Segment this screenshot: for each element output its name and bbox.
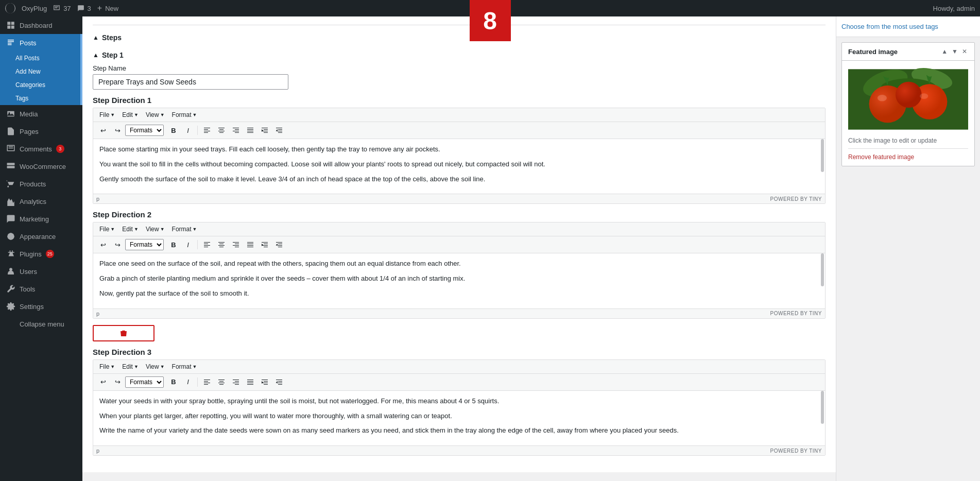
align-center-btn-2[interactable] [215,238,228,251]
new-content[interactable]: + New [97,4,118,13]
tinymce-body-1-wrap: Place some starting mix in your seed tra… [93,139,825,194]
sidebar-item-dashboard[interactable]: Dashboard [0,16,82,34]
sidebar-item-add-new[interactable]: Add New [0,65,82,78]
format-menu-2[interactable]: Format ▼ [169,224,200,234]
sidebar-item-woocommerce[interactable]: WooCommerce [0,158,82,175]
align-right-btn-1[interactable] [229,124,243,137]
sidebar-item-posts[interactable]: Posts All Posts Add New Categories Tags [0,34,82,105]
steps-section-header[interactable]: ▲ Steps [93,29,826,48]
steps-section: ▲ Steps ▲ Step 1 Step Name [93,25,826,456]
formats-select-2[interactable]: Formats [125,239,164,250]
post-editor: ▲ Steps ▲ Step 1 Step Name [82,16,836,472]
undo-btn-3[interactable]: ↩ [96,375,110,389]
tinymce-scrollbar-2[interactable] [820,253,824,308]
redo-btn-2[interactable]: ↪ [111,238,124,251]
bold-btn-3[interactable]: B [167,375,180,389]
sidebar-item-tags[interactable]: Tags [0,92,82,105]
align-left-btn-3[interactable] [200,375,214,389]
sidebar-item-appearance[interactable]: Appearance [0,228,82,245]
delete-step-button[interactable] [93,325,154,341]
postbox-collapse-btn[interactable]: ▲ [940,47,949,56]
wp-logo[interactable] [5,3,15,13]
sidebar-item-analytics[interactable]: Analytics [0,193,82,210]
step1-chevron-icon: ▲ [93,51,99,59]
featured-image-container[interactable] [848,66,968,133]
indent-btn-1[interactable] [258,124,271,137]
featured-image-caption[interactable]: Click the image to edit or update [848,137,968,144]
redo-btn-3[interactable]: ↪ [111,375,124,389]
sidebar-item-plugins[interactable]: Plugins 25 [0,245,82,263]
indent-btn-2[interactable] [258,238,271,251]
sidebar-item-settings[interactable]: Settings [0,298,82,315]
align-center-btn-1[interactable] [215,124,228,137]
postbox-toggle-btn[interactable]: ▼ [951,47,959,56]
featured-image-postbox-header[interactable]: Featured image ▲ ▼ ✕ [842,43,974,61]
align-right-btn-3[interactable] [229,375,243,389]
format-menu-3[interactable]: Format ▼ [169,362,200,372]
edit-menu-2[interactable]: Edit ▼ [119,224,142,234]
sidebar-item-marketing[interactable]: Marketing [0,210,82,228]
choose-most-used-tags-link[interactable]: Choose from the most used tags [841,21,975,32]
sidebar-item-media[interactable]: Media [0,105,82,123]
sidebar-item-comments[interactable]: Comments 3 [0,140,82,158]
italic-btn-3[interactable]: I [181,375,195,389]
tinymce-toolbar-3: ↩ ↪ Formats B I [93,374,825,391]
postbox-close-btn[interactable]: ✕ [961,47,968,56]
remove-featured-image-link[interactable]: Remove featured image [848,153,914,161]
sidebar-item-tools[interactable]: Tools [0,280,82,298]
align-center-btn-3[interactable] [215,375,228,389]
howdy-text: Howdy, admin [933,5,975,12]
tinymce-direction-3: File ▼ Edit ▼ View ▼ [93,359,826,456]
collapse-menu-button[interactable]: Collapse menu [0,315,82,333]
tinymce-body-1[interactable]: Place some starting mix in your seed tra… [93,139,825,194]
svg-rect-3 [7,26,10,29]
tinymce-body-2[interactable]: Place one seed on the surface of the soi… [93,253,825,308]
sidebar-item-users[interactable]: Users [0,263,82,280]
tinymce-body-3[interactable]: Water your seeds in with your spray bott… [93,391,825,445]
sidebar-item-products[interactable]: Products [0,175,82,193]
undo-btn-1[interactable]: ↩ [96,124,110,137]
messages-count[interactable]: 3 [77,5,91,12]
align-justify-btn-1[interactable] [244,124,257,137]
toolbar-sep-3 [197,377,198,387]
bold-btn-1[interactable]: B [167,124,180,137]
formats-select-1[interactable]: Formats [125,125,164,136]
view-menu-1[interactable]: View ▼ [143,110,168,120]
sidebar-item-all-posts[interactable]: All Posts [0,51,82,65]
align-justify-btn-3[interactable] [244,375,257,389]
file-menu-1[interactable]: File ▼ [96,110,118,120]
format-menu-1[interactable]: Format ▼ [169,110,200,120]
file-menu-3[interactable]: File ▼ [96,362,118,372]
wp-wrap: Dashboard Posts All Posts Add New Catego… [0,16,980,481]
align-left-btn-2[interactable] [200,238,214,251]
edit-menu-1[interactable]: Edit ▼ [119,110,142,120]
comments-count[interactable]: 37 [53,5,71,12]
file-menu-2[interactable]: File ▼ [96,224,118,234]
step-1-label: Step 1 [102,51,124,59]
indent-btn-3[interactable] [258,375,271,389]
italic-btn-2[interactable]: I [181,238,195,251]
outdent-btn-2[interactable] [272,238,286,251]
outdent-btn-1[interactable] [272,124,286,137]
edit-menu-3[interactable]: Edit ▼ [119,362,142,372]
step-name-input[interactable] [93,74,288,90]
sidebar-item-categories[interactable]: Categories [0,78,82,92]
view-menu-3[interactable]: View ▼ [143,362,168,372]
step-name-label: Step Name [93,64,826,72]
undo-btn-2[interactable]: ↩ [96,238,110,251]
align-justify-btn-2[interactable] [244,238,257,251]
bold-btn-2[interactable]: B [167,238,180,251]
align-left-btn-1[interactable] [200,124,214,137]
formats-select-3[interactable]: Formats [125,376,164,388]
redo-btn-1[interactable]: ↪ [111,124,124,137]
tinymce-scrollbar-3[interactable] [820,391,824,445]
italic-btn-1[interactable]: I [181,124,195,137]
site-name[interactable]: OxyPlug [22,5,47,12]
outdent-btn-3[interactable] [272,375,286,389]
step-1-header[interactable]: ▲ Step 1 [93,48,826,64]
view-menu-2[interactable]: View ▼ [143,224,168,234]
align-right-btn-2[interactable] [229,238,243,251]
sidebar-item-pages[interactable]: Pages [0,123,82,140]
tinymce-scrollbar-1[interactable] [820,139,824,194]
step-direction-2-header: Step Direction 2 [93,210,826,219]
